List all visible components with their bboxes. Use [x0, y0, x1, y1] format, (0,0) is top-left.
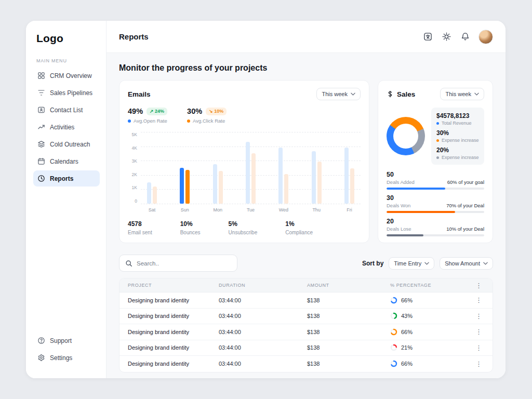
layers-icon	[37, 140, 45, 148]
sidebar-item-support[interactable]: Support	[33, 332, 100, 349]
table-row[interactable]: Designing brand identity 03:44:00 $138 2…	[119, 340, 493, 356]
goal-value: 50	[387, 171, 484, 178]
sales-card-title: Sales	[387, 90, 415, 98]
cell-duration: 03:44:00	[219, 297, 307, 303]
table-row[interactable]: Designing brand identity 03:44:00 $138 4…	[119, 309, 493, 325]
cards-row: Emails This week 49% ↗ 24% Avg.Open Rate…	[119, 80, 493, 243]
table-body: Designing brand identity 03:44:00 $138 6…	[119, 292, 493, 372]
legend-value: $4578,8123	[436, 112, 479, 119]
goal-label: Deals Lose	[387, 226, 411, 232]
table-toolbar: Sort by Time Entry Show Amount	[119, 255, 493, 272]
footer-stat-value: 10%	[180, 220, 201, 228]
page-title: Reports	[119, 32, 149, 41]
table-header-kebab-icon[interactable]: ⋮	[473, 281, 484, 290]
emails-period-select[interactable]: This week	[316, 88, 361, 100]
table-row[interactable]: Designing brand identity 03:44:00 $138 6…	[119, 292, 493, 309]
chart-y-axis: 5K4K3K2K1K0	[128, 132, 137, 204]
notifications-bell-icon[interactable]	[460, 32, 470, 42]
calendar-icon	[37, 157, 45, 165]
y-tick-label: 5K	[132, 132, 137, 137]
goal-progress-fill	[387, 234, 423, 236]
chart-bar-groups: Sat Sun Mon Tue Wed Thu Fri	[141, 132, 361, 212]
language-icon[interactable]	[422, 32, 433, 42]
sidebar-footer: Support Settings	[33, 332, 100, 367]
cell-amount: $138	[307, 313, 390, 319]
progress-arc-icon	[390, 328, 397, 336]
sales-legend-item: 20% Expense increase	[436, 147, 479, 160]
sidebar-item-reports[interactable]: Reports	[33, 170, 100, 187]
search-box[interactable]	[119, 255, 237, 272]
footer-stat-label: Bounces	[180, 230, 201, 235]
bar-avg-open-rate-sun	[180, 168, 184, 204]
legend-dot	[436, 139, 439, 142]
legend-label: Expense increase	[442, 138, 479, 143]
table-row[interactable]: Designing brand identity 03:44:00 $138 6…	[119, 356, 493, 372]
cell-duration: 03:44:00	[219, 329, 307, 335]
legend-dot	[128, 119, 131, 123]
goal-label: Deals Won	[387, 203, 410, 208]
time-entry-select[interactable]: Time Entry	[389, 257, 434, 270]
sidebar-item-contact-list[interactable]: Contact List	[33, 102, 100, 118]
search-input[interactable]	[137, 260, 231, 267]
content-heading: Monitor the progress of your projects	[119, 63, 493, 73]
email-footer-stat-unsubscribe: 5% Unsubscribe	[229, 220, 258, 235]
projects-table: PROJECT DURATION AMOUNT % PERCENTAGE ⋮ D…	[119, 278, 493, 373]
cell-amount: $138	[307, 344, 390, 351]
bar-avg-click-rate-fri	[350, 168, 354, 204]
x-tick-label: Sat	[149, 207, 156, 212]
cell-amount: $138	[307, 361, 390, 367]
sort-controls: Sort by Time Entry Show Amount	[362, 257, 493, 270]
sales-legend-item: 30% Expense increase	[436, 129, 479, 143]
cell-project: Designing brand identity	[128, 297, 219, 303]
legend-dot	[436, 156, 439, 159]
legend-label: Total Revenue	[442, 121, 472, 126]
search-icon	[125, 260, 132, 267]
sidebar-item-settings[interactable]: Settings	[33, 350, 100, 366]
sales-card-header: Sales This week	[387, 88, 484, 100]
sales-title-text: Sales	[397, 90, 415, 98]
bar-group-mon: Mon	[213, 132, 223, 212]
show-amount-select[interactable]: Show Amount	[440, 257, 493, 270]
content-area: Monitor the progress of your projects Em…	[107, 53, 506, 378]
sidebar-item-crm-overview[interactable]: CRM Overview	[33, 68, 100, 84]
cell-duration: 03:44:00	[219, 313, 307, 319]
table-row[interactable]: Designing brand identity 03:44:00 $138 6…	[119, 324, 493, 340]
sales-period-select[interactable]: This week	[440, 88, 484, 100]
help-circle-icon	[37, 337, 45, 344]
sidebar-item-cold-outreach[interactable]: Cold Outreach	[33, 136, 100, 152]
bar-group-tue: Tue	[246, 132, 256, 212]
user-avatar[interactable]	[478, 30, 493, 44]
row-kebab-icon[interactable]: ⋮	[473, 296, 484, 304]
bar-group-sun: Sun	[180, 132, 190, 212]
percentage-text: 21%	[401, 344, 413, 351]
row-kebab-icon[interactable]: ⋮	[473, 360, 484, 368]
y-tick-label: 3K	[132, 158, 137, 164]
time-entry-label: Time Entry	[394, 260, 421, 267]
cell-percentage: 66%	[390, 328, 469, 336]
emails-card-header: Emails This week	[128, 88, 361, 100]
contact-card-icon	[37, 106, 45, 114]
emails-footer-stats: 4578 Email sent 10% Bounces 5% Unsubscri…	[128, 220, 361, 235]
bar-avg-open-rate-tue	[246, 142, 250, 204]
sidebar-item-label: Support	[50, 337, 72, 344]
goal-label: Deals Added	[387, 179, 415, 185]
theme-sun-icon[interactable]	[441, 32, 451, 42]
cell-amount: $138	[307, 329, 390, 335]
sidebar-item-sales-pipelines[interactable]: Sales Pipelines	[33, 85, 100, 101]
progress-arc-icon	[390, 297, 397, 304]
row-kebab-icon[interactable]: ⋮	[473, 343, 484, 352]
gear-icon	[37, 354, 45, 362]
goal-percent-text: 60% of your goal	[447, 179, 484, 185]
column-amount: AMOUNT	[307, 283, 390, 288]
sidebar-item-calendars[interactable]: Calendars	[33, 153, 100, 169]
row-kebab-icon[interactable]: ⋮	[473, 327, 484, 336]
legend-dot	[187, 119, 190, 123]
row-kebab-icon[interactable]: ⋮	[473, 312, 484, 321]
trend-up-badge: ↗ 24%	[147, 108, 167, 115]
chart-plot: Sat Sun Mon Tue Wed Thu Fri	[141, 132, 361, 215]
y-tick-label: 2K	[132, 172, 137, 177]
sidebar-item-activities[interactable]: Activities	[33, 119, 100, 135]
footer-stat-label: Unsubscribe	[229, 230, 258, 235]
trend-up-icon	[37, 123, 45, 131]
sales-donut-row: $4578,8123 Total Revenue 30% Expense inc…	[387, 108, 484, 165]
